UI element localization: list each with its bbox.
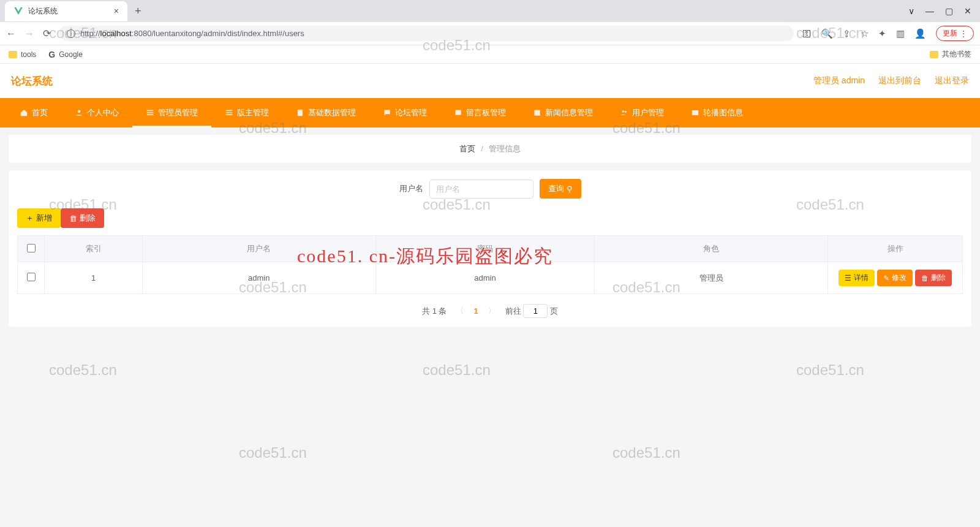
svg-point-0 [78, 110, 81, 113]
nav-users[interactable]: 用户管理 [606, 98, 677, 127]
row-checkbox[interactable] [27, 273, 36, 281]
breadcrumb-home[interactable]: 首页 [459, 144, 475, 153]
main-nav: 首页 个人中心 管理员管理 版主管理 基础数据管理 论坛管理 留言板管理 新闻信… [0, 98, 980, 127]
header-password: 密码 [375, 236, 595, 262]
app-header-links: 管理员 admin 退出到前台 退出登录 [813, 75, 969, 86]
nav-admin-manage[interactable]: 管理员管理 [132, 98, 211, 127]
bookmark-google[interactable]: GGoogle [48, 50, 83, 59]
extensions-icon[interactable]: ✦ [878, 28, 886, 39]
window-controls: ∨ — ▢ ✕ [908, 6, 980, 16]
svg-rect-5 [226, 112, 233, 113]
modify-button[interactable]: ✎ 修改 [877, 270, 913, 286]
page-prev[interactable]: 〈 [456, 306, 464, 316]
bookmarks-bar: tools GGoogle 其他书签 [0, 45, 980, 64]
url-bar[interactable]: i http://localhost:8080/luentanxitong/ad… [59, 26, 794, 41]
header-actions: 操作 [828, 236, 963, 262]
users-icon [620, 108, 628, 117]
cell-password: admin [375, 262, 595, 294]
select-all-checkbox[interactable] [27, 244, 36, 252]
nav-forum[interactable]: 论坛管理 [369, 98, 440, 127]
row-actions: ☰ 详情 ✎ 修改 🗑 删除 [834, 270, 956, 286]
nav-home[interactable]: 首页 [6, 98, 61, 127]
home-icon [20, 108, 28, 117]
google-icon: G [48, 50, 55, 59]
browser-chrome: 论坛系统 × + ∨ — ▢ ✕ ← → ⟳ i http://localhos… [0, 0, 980, 64]
cell-username: admin [143, 262, 376, 294]
share-icon[interactable]: ⇪ [843, 28, 851, 39]
list-icon [225, 108, 233, 117]
username-search-input[interactable] [429, 180, 533, 199]
goto-label: 前往 页 [505, 304, 558, 318]
nav-moderator[interactable]: 版主管理 [211, 98, 282, 127]
sidepanel-icon[interactable]: ▥ [896, 28, 905, 39]
tab-close-icon[interactable]: × [114, 6, 119, 16]
bookmark-other[interactable]: 其他书签 [930, 49, 971, 59]
detail-button[interactable]: ☰ 详情 [839, 270, 875, 286]
browser-toolbar: ← → ⟳ i http://localhost:8080/luentanxit… [0, 22, 980, 45]
folder-icon [930, 51, 938, 58]
profile-icon[interactable]: 👤 [914, 28, 926, 39]
search-icon: ⚲ [567, 184, 573, 194]
row-delete-button[interactable]: 🗑 删除 [915, 270, 952, 286]
update-button[interactable]: 更新⋮ [936, 26, 974, 41]
svg-rect-7 [298, 110, 303, 116]
nav-personal[interactable]: 个人中心 [61, 98, 132, 127]
bookmark-tools[interactable]: tools [9, 50, 36, 59]
site-info-icon[interactable]: i [67, 29, 75, 38]
content-card: 用户名 查询 ⚲ ＋ 新增 🗑 删除 索引 用户名 密码 角色 操作 1 adm… [9, 170, 971, 327]
search-row: 用户名 查询 ⚲ [17, 179, 963, 199]
forward-button[interactable]: → [24, 28, 34, 39]
bookmark-star-icon[interactable]: ☆ [861, 28, 869, 39]
delete-button[interactable]: 🗑 删除 [61, 208, 104, 228]
new-tab-button[interactable]: + [127, 5, 149, 18]
nav-carousel[interactable]: 轮播图信息 [677, 98, 756, 127]
tab-strip: 论坛系统 × + ∨ — ▢ ✕ [0, 0, 980, 22]
key-icon[interactable]: ⚿ [802, 28, 812, 39]
nav-message[interactable]: 留言板管理 [440, 98, 519, 127]
logout-link[interactable]: 退出登录 [935, 75, 969, 86]
svg-rect-1 [147, 110, 154, 111]
window-maximize-icon[interactable]: ▢ [945, 6, 953, 16]
browser-tab[interactable]: 论坛系统 × [5, 1, 127, 21]
breadcrumb-current: 管理信息 [489, 144, 521, 153]
header-role: 角色 [595, 236, 828, 262]
svg-rect-2 [147, 112, 154, 113]
page-next[interactable]: 〉 [488, 306, 496, 316]
app-title: 论坛系统 [11, 74, 53, 88]
table-header-row: 索引 用户名 密码 角色 操作 [18, 236, 963, 262]
svg-point-10 [622, 110, 625, 113]
admin-label[interactable]: 管理员 admin [813, 75, 865, 86]
search-label: 用户名 [399, 183, 423, 194]
page-current[interactable]: 1 [473, 306, 478, 316]
news-icon [533, 108, 541, 117]
reload-button[interactable]: ⟳ [43, 28, 51, 39]
query-button[interactable]: 查询 ⚲ [540, 179, 581, 199]
exit-to-front-link[interactable]: 退出到前台 [878, 75, 921, 86]
nav-basedata[interactable]: 基础数据管理 [282, 98, 369, 127]
breadcrumb-sep: / [481, 144, 483, 153]
vue-favicon-icon [13, 6, 23, 16]
data-table: 索引 用户名 密码 角色 操作 1 admin admin 管理员 ☰ 详情 ✎… [17, 235, 963, 294]
doc-icon [296, 108, 304, 117]
header-checkbox-col [18, 236, 45, 262]
zoom-icon[interactable]: 🔍 [821, 28, 833, 39]
add-button[interactable]: ＋ 新增 [17, 208, 61, 228]
app-header: 论坛系统 管理员 admin 退出到前台 退出登录 [0, 64, 980, 98]
back-button[interactable]: ← [6, 28, 16, 39]
header-username: 用户名 [143, 236, 376, 262]
window-minimize-icon[interactable]: — [925, 6, 934, 16]
window-dropdown-icon[interactable]: ∨ [908, 6, 914, 16]
page-total: 共 1 条 [422, 306, 447, 317]
breadcrumb: 首页 / 管理信息 [9, 135, 971, 163]
svg-point-11 [625, 111, 627, 113]
user-icon [75, 108, 83, 117]
list-icon [146, 108, 154, 117]
svg-rect-9 [534, 110, 540, 115]
header-index: 索引 [45, 236, 143, 262]
toolbar-icons: ⚿ 🔍 ⇪ ☆ ✦ ▥ 👤 更新⋮ [802, 26, 974, 41]
svg-rect-4 [226, 110, 233, 111]
window-close-icon[interactable]: ✕ [964, 6, 971, 16]
nav-news[interactable]: 新闻信息管理 [519, 98, 606, 127]
goto-input[interactable] [523, 304, 548, 318]
svg-rect-3 [147, 114, 154, 115]
